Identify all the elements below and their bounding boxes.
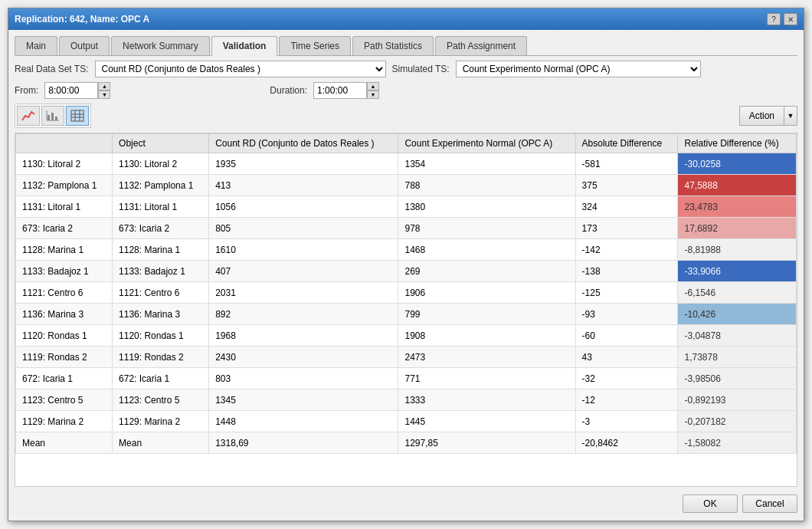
table-row: 1129: Marina 21129: Marina 214481445-3-0… xyxy=(16,411,797,432)
tab-validation[interactable]: Validation xyxy=(211,36,278,56)
tab-path-statistics[interactable]: Path Statistics xyxy=(352,36,434,55)
table-row: 1133: Badajoz 11133: Badajoz 1407269-138… xyxy=(16,261,797,282)
duration-spinner-buttons: ▲ ▼ xyxy=(367,82,379,99)
data-table-container[interactable]: Object Count RD (Conjunto de Datos Reale… xyxy=(15,133,797,487)
table-cell: 23,4783 xyxy=(678,196,797,218)
table-cell: -30,0258 xyxy=(678,153,797,175)
from-spinner-buttons: ▲ ▼ xyxy=(98,82,110,99)
real-data-select[interactable]: Count RD (Conjunto de Datos Reales ) xyxy=(95,61,386,77)
from-down-button[interactable]: ▼ xyxy=(98,90,110,99)
table-cell: 771 xyxy=(398,368,575,389)
bar-chart-icon xyxy=(46,109,60,123)
table-cell: -12 xyxy=(575,389,678,411)
table-cell: -3 xyxy=(575,411,678,432)
table-cell: 1131: Litoral 1 xyxy=(16,196,113,218)
from-up-button[interactable]: ▲ xyxy=(98,82,110,90)
tab-output[interactable]: Output xyxy=(59,36,110,55)
table-row: 1121: Centro 61121: Centro 620311906-125… xyxy=(16,282,797,304)
toolbar-row: Action ▼ xyxy=(15,104,797,128)
table-cell: 2031 xyxy=(209,282,398,304)
simulated-select[interactable]: Count Experimento Normal (OPC A) xyxy=(456,61,701,77)
table-cell: -3,98506 xyxy=(678,368,797,389)
table-cell: 47,5888 xyxy=(678,175,797,196)
action-button-wrap: Action ▼ xyxy=(739,106,797,126)
title-bar-buttons: ? ✕ xyxy=(767,13,797,25)
table-cell: Mean xyxy=(16,432,113,454)
line-chart-button[interactable] xyxy=(17,106,40,126)
table-cell: 1133: Badajoz 1 xyxy=(113,261,209,282)
from-spinner: 8:00:00 ▲ ▼ xyxy=(44,82,110,99)
table-cell: 1333 xyxy=(398,389,575,411)
footer: OK Cancel xyxy=(15,491,797,514)
table-row: 673: Icaria 2673: Icaria 280597817317,68… xyxy=(16,218,797,239)
table-row: MeanMean1318,691297,85-20,8462-1,58082 xyxy=(16,432,797,454)
duration-label: Duration: xyxy=(270,85,307,96)
table-cell: 1906 xyxy=(398,282,575,304)
table-cell: -138 xyxy=(575,261,678,282)
table-cell: 672: Icaria 1 xyxy=(16,368,113,389)
table-cell: 673: Icaria 2 xyxy=(16,218,113,239)
duration-input[interactable]: 1:00:00 xyxy=(313,82,367,99)
table-cell: -581 xyxy=(575,153,678,175)
duration-up-button[interactable]: ▲ xyxy=(367,82,379,90)
col-header-rel-diff: Relative Difference (%) xyxy=(678,134,797,153)
from-input[interactable]: 8:00:00 xyxy=(44,82,98,99)
table-cell: 1123: Centro 5 xyxy=(16,389,113,411)
table-row: 1123: Centro 51123: Centro 513451333-12-… xyxy=(16,389,797,411)
table-cell: 1136: Marina 3 xyxy=(113,304,209,325)
table-cell: -3,04878 xyxy=(678,325,797,347)
simulated-label: Simulated TS: xyxy=(392,64,450,74)
action-dropdown-button[interactable]: ▼ xyxy=(784,106,797,126)
table-cell: 1,73878 xyxy=(678,347,797,368)
close-button[interactable]: ✕ xyxy=(784,13,797,25)
table-cell: 1119: Rondas 2 xyxy=(113,347,209,368)
table-row: 1136: Marina 31136: Marina 3892799-93-10… xyxy=(16,304,797,325)
svg-rect-3 xyxy=(55,117,57,120)
table-cell: -1,58082 xyxy=(678,432,797,454)
table-cell: 803 xyxy=(209,368,398,389)
table-cell: 1318,69 xyxy=(209,432,398,454)
ok-button[interactable]: OK xyxy=(683,495,738,513)
tab-path-assignment[interactable]: Path Assignment xyxy=(435,36,527,55)
table-cell: 1120: Rondas 1 xyxy=(113,325,209,347)
table-icon xyxy=(70,109,84,123)
main-window: Replication: 642, Name: OPC A ? ✕ Main O… xyxy=(8,8,804,521)
title-bar: Replication: 642, Name: OPC A ? ✕ xyxy=(8,8,804,30)
tab-time-series[interactable]: Time Series xyxy=(279,36,351,55)
table-cell: 1121: Centro 6 xyxy=(16,282,113,304)
table-cell: 1130: Litoral 2 xyxy=(16,153,113,175)
table-cell: 673: Icaria 2 xyxy=(113,218,209,239)
table-cell: 1130: Litoral 2 xyxy=(113,153,209,175)
cancel-button[interactable]: Cancel xyxy=(742,495,797,513)
table-row: 1120: Rondas 11120: Rondas 119681908-60-… xyxy=(16,325,797,347)
table-cell: 1448 xyxy=(209,411,398,432)
real-data-label: Real Data Set TS: xyxy=(15,64,89,74)
table-cell: 672: Icaria 1 xyxy=(113,368,209,389)
line-chart-icon xyxy=(21,109,35,123)
table-row: 1119: Rondas 21119: Rondas 224302473431,… xyxy=(16,347,797,368)
col-header-object: Object xyxy=(113,134,209,153)
tab-network-summary[interactable]: Network Summary xyxy=(111,36,210,55)
svg-rect-1 xyxy=(47,115,50,120)
action-button[interactable]: Action xyxy=(739,106,784,126)
table-cell: -142 xyxy=(575,239,678,261)
table-row: 672: Icaria 1672: Icaria 1803771-32-3,98… xyxy=(16,368,797,389)
bar-chart-button[interactable] xyxy=(41,106,64,126)
content-area: Main Output Network Summary Validation T… xyxy=(8,30,804,521)
duration-down-button[interactable]: ▼ xyxy=(367,90,379,99)
table-cell: -10,426 xyxy=(678,304,797,325)
table-cell: 1908 xyxy=(398,325,575,347)
tab-main[interactable]: Main xyxy=(15,36,57,55)
help-button[interactable]: ? xyxy=(767,13,781,25)
table-view-button[interactable] xyxy=(66,106,89,126)
table-cell: -0,892193 xyxy=(678,389,797,411)
form-row-2: From: 8:00:00 ▲ ▼ Duration: 1:00:00 ▲ ▼ xyxy=(15,82,797,99)
table-cell: 407 xyxy=(209,261,398,282)
table-cell: 2430 xyxy=(209,347,398,368)
table-cell: 1380 xyxy=(398,196,575,218)
table-cell: 1136: Marina 3 xyxy=(16,304,113,325)
table-cell: 1119: Rondas 2 xyxy=(16,347,113,368)
table-cell: 1468 xyxy=(398,239,575,261)
table-cell: 1445 xyxy=(398,411,575,432)
table-cell: 173 xyxy=(575,218,678,239)
